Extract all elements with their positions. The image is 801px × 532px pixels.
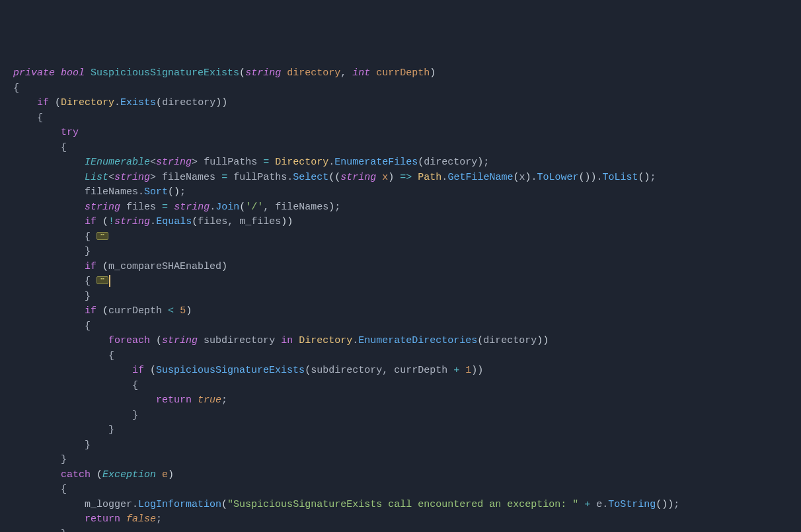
code-line: catch (Exception e) xyxy=(13,468,788,483)
code-line: { xyxy=(13,141,788,156)
code-line: fileNames.Sort(); xyxy=(13,185,788,200)
code-line: { xyxy=(13,482,788,498)
code-line: if (currDepth < 5) xyxy=(13,304,788,319)
code-line: return true; xyxy=(13,393,788,408)
code-line: } xyxy=(13,423,788,438)
code-line: if (!string.Equals(files, m_files)) xyxy=(13,215,788,230)
code-line: List<string> fileNames = fullPaths.Selec… xyxy=(13,171,788,186)
code-line: if (m_compareSHAEnabled) xyxy=(13,260,788,275)
code-line: } xyxy=(13,408,788,424)
code-line: } xyxy=(13,289,788,305)
code-editor[interactable]: private bool SuspiciousSignatureExists(s… xyxy=(13,66,788,532)
code-line: foreach (string subdirectory in Director… xyxy=(13,334,788,349)
code-line: string files = string.Join('/', fileName… xyxy=(13,200,788,215)
code-line: { xyxy=(13,274,788,289)
code-line: { xyxy=(13,111,788,126)
code-line: m_logger.LogInformation("SuspiciousSigna… xyxy=(13,498,788,513)
text-cursor xyxy=(109,275,110,287)
code-line: } xyxy=(13,527,788,533)
code-line: if (SuspiciousSignatureExists(subdirecto… xyxy=(13,363,788,379)
code-line: } xyxy=(13,245,788,260)
fold-marker-icon[interactable] xyxy=(96,276,108,284)
code-line: return false; xyxy=(13,512,788,527)
code-line: { xyxy=(13,319,788,334)
code-line: { xyxy=(13,230,788,245)
code-line: private bool SuspiciousSignatureExists(s… xyxy=(13,66,788,81)
code-line: } xyxy=(13,453,788,468)
fold-marker-icon[interactable] xyxy=(96,232,108,240)
code-line: { xyxy=(13,379,788,394)
code-line: { xyxy=(13,81,788,96)
code-line: if (Directory.Exists(directory)) xyxy=(13,96,788,111)
code-line: } xyxy=(13,438,788,453)
code-line: { xyxy=(13,349,788,364)
code-line: try xyxy=(13,126,788,141)
code-line: IEnumerable<string> fullPaths = Director… xyxy=(13,155,788,171)
